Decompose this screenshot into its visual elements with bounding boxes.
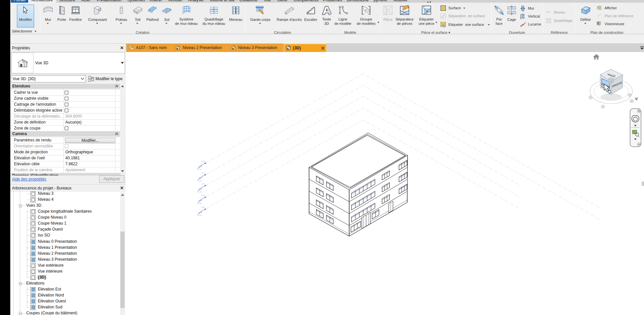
svg-text:00.00: 00.00 (201, 172, 205, 174)
svg-text:1: 1 (428, 12, 430, 15)
svg-text:00.00: 00.00 (201, 195, 205, 196)
svg-text:Niveau: Niveau (197, 191, 202, 193)
svg-text:00.00: 00.00 (201, 161, 205, 162)
svg-text:Niveau: Niveau (197, 169, 202, 170)
svg-text:00.00: 00.00 (201, 207, 205, 208)
svg-text:1: 1 (546, 10, 547, 12)
svg-text:00.00: 00.00 (201, 183, 205, 185)
svg-text:Niveau: Niveau (197, 180, 202, 182)
svg-text:Niveau: Niveau (197, 203, 202, 204)
svg-text:Niveau: Niveau (197, 215, 202, 216)
